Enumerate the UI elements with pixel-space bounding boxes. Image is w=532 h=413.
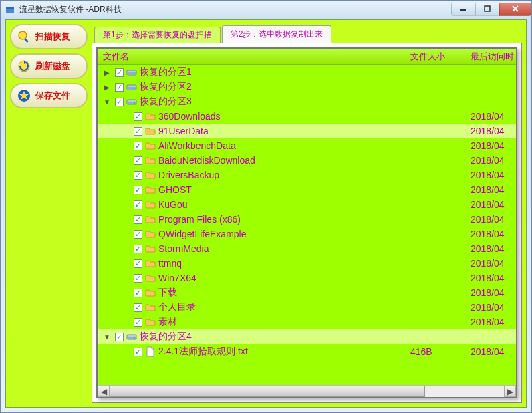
tree-row[interactable]: 91UserData2018/04 — [98, 124, 516, 138]
item-date: 2018/04 — [471, 243, 516, 254]
checkbox[interactable] — [134, 112, 142, 121]
checkbox[interactable] — [115, 333, 124, 341]
tree-row[interactable]: ▼恢复的分区3 — [98, 94, 516, 109]
collapse-icon[interactable]: ▼ — [103, 333, 111, 341]
checkbox[interactable] — [134, 303, 142, 312]
column-size[interactable]: 文件大小 — [410, 51, 471, 63]
scroll-thumb[interactable] — [110, 386, 425, 397]
item-name: 恢复的分区1 — [140, 66, 410, 78]
tree-row[interactable]: 2.4.1法师拾取规则.txt416B2018/04 — [98, 344, 516, 359]
tree-row[interactable]: 下载2018/04 — [98, 285, 516, 300]
checkbox[interactable] — [134, 259, 142, 268]
item-name: 恢复的分区4 — [140, 331, 410, 343]
drive-icon — [126, 96, 137, 107]
tab-step1[interactable]: 第1步：选择需要恢复的盘扫描 — [94, 27, 221, 43]
drive-icon — [126, 82, 137, 92]
tree-row[interactable]: QWidgetLifeExample2018/04 — [98, 227, 516, 241]
item-name: 91UserData — [158, 126, 410, 136]
item-date: 2018/04 — [471, 126, 516, 136]
scroll-track[interactable] — [110, 386, 504, 397]
checkbox[interactable] — [134, 127, 142, 136]
checkbox[interactable] — [115, 68, 124, 77]
minimize-button[interactable] — [451, 3, 475, 16]
checkbox[interactable] — [134, 274, 142, 283]
save-file-button[interactable]: 保存文件 — [10, 83, 88, 108]
expand-icon[interactable]: ▶ — [103, 68, 111, 76]
tree-row[interactable]: ttmnq2018/04 — [98, 256, 516, 271]
tree-row[interactable]: 素材2018/04 — [98, 315, 516, 329]
expander-placeholder — [122, 112, 130, 120]
tree-row[interactable]: GHOST2018/04 — [98, 182, 516, 197]
scan-recover-button[interactable]: 扫描恢复 — [10, 24, 88, 49]
tree-row[interactable]: AliWorkbenchData2018/04 — [98, 138, 516, 153]
svg-rect-3 — [485, 6, 490, 11]
checkbox[interactable] — [134, 186, 142, 194]
checkbox[interactable] — [134, 318, 142, 327]
tree-row[interactable]: 个人目录2018/04 — [98, 300, 516, 315]
close-button[interactable] — [499, 3, 531, 16]
folder-icon — [145, 199, 156, 210]
checkbox[interactable] — [134, 142, 142, 150]
item-date: 2018/04 — [471, 258, 516, 269]
folder-icon — [145, 140, 156, 151]
item-name: 素材 — [158, 316, 410, 328]
folder-icon — [145, 184, 156, 195]
folder-icon — [145, 287, 156, 298]
folder-icon — [145, 126, 156, 136]
refresh-disk-button[interactable]: 刷新磁盘 — [10, 53, 88, 79]
tree-row[interactable]: ▼恢复的分区4 — [98, 329, 516, 344]
checkbox[interactable] — [134, 171, 142, 180]
refresh-disk-label: 刷新磁盘 — [35, 60, 70, 72]
tree-row[interactable]: KuGou2018/04 — [98, 197, 516, 212]
checkbox[interactable] — [134, 230, 142, 239]
checkbox[interactable] — [134, 156, 142, 165]
checkbox[interactable] — [134, 215, 142, 224]
expander-placeholder — [122, 348, 130, 356]
folder-icon — [145, 243, 156, 254]
list-body[interactable]: ▶恢复的分区1▶恢复的分区2▼恢复的分区3360Downloads2018/04… — [98, 65, 516, 385]
titlebar[interactable]: 流星数据恢复软件 -ADR科技 — [1, 1, 531, 19]
horizontal-scrollbar[interactable]: ◀ ▶ — [98, 385, 516, 397]
list-header: 文件名 文件大小 最后访问时 — [98, 49, 516, 65]
tree-row[interactable]: StormMedia2018/04 — [98, 241, 516, 256]
column-name[interactable]: 文件名 — [98, 51, 410, 63]
tree-row[interactable]: ▶恢复的分区2 — [98, 80, 516, 94]
folder-icon — [145, 111, 156, 122]
tree-row[interactable]: Win7X642018/04 — [98, 271, 516, 285]
svg-point-10 — [134, 73, 135, 74]
checkbox[interactable] — [134, 200, 142, 209]
checkbox[interactable] — [115, 83, 124, 92]
tree-row[interactable]: BaiduNetdiskDownload2018/04 — [98, 153, 516, 168]
checkbox[interactable] — [115, 98, 124, 106]
checkbox[interactable] — [134, 245, 142, 253]
tab-step2[interactable]: 第2步：选中数据复制出来 — [222, 25, 332, 43]
tree-row[interactable]: ▶恢复的分区1 — [98, 65, 516, 80]
maximize-button[interactable] — [475, 3, 499, 16]
app-icon — [5, 5, 15, 15]
tree-row[interactable]: Program Files (x86)2018/04 — [98, 212, 516, 227]
checkbox[interactable] — [134, 289, 142, 297]
scroll-left-arrow[interactable]: ◀ — [98, 386, 110, 397]
scroll-right-arrow[interactable]: ▶ — [504, 386, 516, 397]
expander-placeholder — [122, 274, 130, 282]
folder-icon — [145, 155, 156, 166]
folder-icon — [145, 170, 156, 180]
column-date[interactable]: 最后访问时 — [471, 51, 516, 63]
app-window: 流星数据恢复软件 -ADR科技 扫描恢复 刷新磁盘 保存文件 — [0, 0, 532, 413]
item-name: 恢复的分区2 — [140, 81, 410, 93]
collapse-icon[interactable]: ▼ — [103, 98, 111, 106]
expand-icon[interactable]: ▶ — [103, 83, 111, 91]
folder-icon — [145, 258, 156, 269]
item-date: 2018/04 — [471, 273, 516, 283]
expander-placeholder — [122, 215, 130, 223]
checkbox[interactable] — [134, 348, 142, 356]
file-list: 文件名 文件大小 最后访问时 ▶恢复的分区1▶恢复的分区2▼恢复的分区3360D… — [96, 47, 517, 398]
tree-row[interactable]: 360Downloads2018/04 — [98, 109, 516, 124]
main-panel: 第1步：选择需要恢复的盘扫描 第2步：选中数据复制出来 文件名 文件大小 最后访… — [92, 24, 522, 403]
tree-row[interactable]: DriversBackup2018/04 — [98, 168, 516, 182]
magnifier-icon — [17, 29, 31, 44]
svg-point-13 — [134, 88, 135, 89]
item-date: 2018/04 — [471, 184, 516, 195]
star-icon — [17, 88, 31, 103]
item-date: 2018/04 — [471, 140, 516, 151]
